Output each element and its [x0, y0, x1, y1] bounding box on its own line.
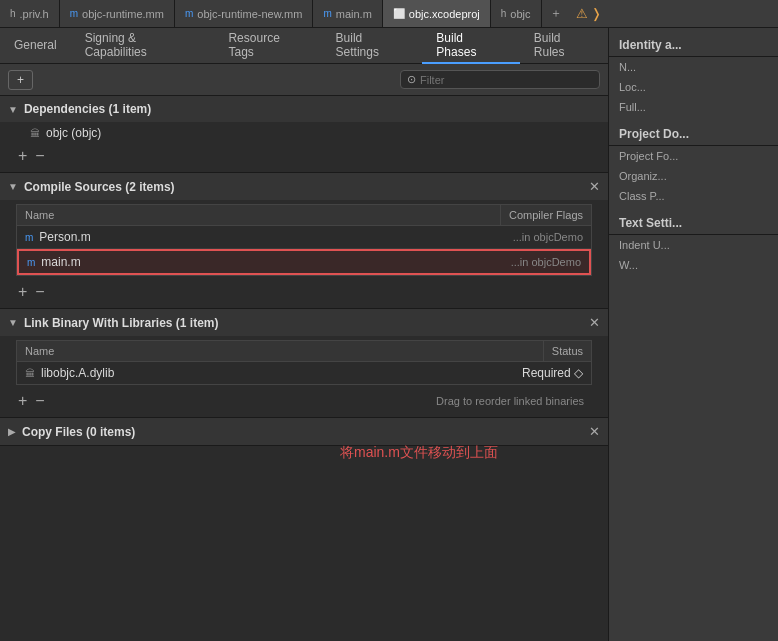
dependency-item-name: objc (objc) — [46, 126, 101, 140]
link-binary-remove-button[interactable]: − — [33, 393, 46, 409]
section-dependencies: ▼ Dependencies (1 item) 🏛 objc (objc) + … — [0, 96, 608, 173]
arrow-dependencies: ▼ — [8, 104, 18, 115]
section-copy-files-header[interactable]: ▶ Copy Files (0 items) ✕ — [0, 418, 608, 445]
right-label-class-p: Class P... — [619, 190, 665, 202]
copy-files-close-icon[interactable]: ✕ — [589, 424, 600, 439]
right-row-w: W... — [609, 255, 778, 275]
compile-sources-table-header: Name Compiler Flags — [16, 204, 592, 225]
section-compile-sources-title: Compile Sources (2 items) — [24, 180, 589, 194]
row-libobjc-status[interactable]: Required ◇ — [522, 366, 583, 380]
right-row-organiz: Organiz... — [609, 166, 778, 186]
segment-bar: General Signing & Capabilities Resource … — [0, 28, 608, 64]
tab-resource-tags[interactable]: Resource Tags — [214, 28, 321, 64]
table-row[interactable]: m main.m ...in objcDemo — [17, 249, 591, 275]
tab-label-xcode: objc.xcodeproj — [409, 8, 480, 20]
main-layout: General Signing & Capabilities Resource … — [0, 28, 778, 641]
compile-sources-table: Name Compiler Flags m Person.m ...in obj… — [16, 204, 592, 276]
content-area: General Signing & Capabilities Resource … — [0, 28, 608, 641]
tab-icon-xcode: ⬜ — [393, 8, 405, 19]
list-item: 🏛 objc (objc) — [0, 122, 608, 144]
dependencies-remove-button[interactable]: − — [33, 148, 46, 164]
tab-label-mm2: objc-runtime-new.mm — [197, 8, 302, 20]
tab-label-main-m: main.m — [336, 8, 372, 20]
tab-objc-runtime-new-mm[interactable]: m objc-runtime-new.mm — [175, 0, 313, 27]
tab-icon-mm2: m — [185, 8, 193, 19]
compile-sources-add-button[interactable]: + — [16, 284, 29, 300]
tab-bar: h .priv.h m objc-runtime.mm m objc-runti… — [0, 0, 778, 28]
link-binary-table: Name Status 🏛 libobjc.A.dylib Required ◇ — [16, 340, 592, 385]
add-phase-button[interactable]: + — [8, 70, 33, 90]
drag-hint: Drag to reorder linked binaries — [436, 395, 592, 407]
filter-box: ⊙ — [400, 70, 600, 89]
dependencies-add-button[interactable]: + — [16, 148, 29, 164]
section-link-binary-body: Name Status 🏛 libobjc.A.dylib Required ◇ — [0, 340, 608, 417]
tab-icon-mm1: m — [70, 8, 78, 19]
link-binary-close-icon[interactable]: ✕ — [589, 315, 600, 330]
right-label-full: Full... — [619, 101, 646, 113]
filter-input[interactable] — [420, 74, 593, 86]
tab-objc-runtime-mm[interactable]: m objc-runtime.mm — [60, 0, 175, 27]
library-icon: 🏛 — [25, 368, 35, 379]
toolbar: + ⊙ — [0, 64, 608, 96]
compile-sources-close-icon[interactable]: ✕ — [589, 179, 600, 194]
compile-sources-remove-button[interactable]: − — [33, 284, 46, 300]
section-link-binary-title: Link Binary With Libraries (1 item) — [24, 316, 589, 330]
compile-sources-table-body: m Person.m ...in objcDemo m main.m ...in… — [16, 225, 592, 276]
tab-objc-xcode[interactable]: ⬜ objc.xcodeproj — [383, 0, 491, 27]
right-label-loc: Loc... — [619, 81, 646, 93]
row-person-m-suffix: ...in objcDemo — [513, 231, 583, 243]
col-name: Name — [17, 205, 501, 225]
filter-icon: ⊙ — [407, 73, 416, 86]
row-main-m-name: main.m — [41, 255, 506, 269]
row-person-m-name: Person.m — [39, 230, 508, 244]
compile-sources-add-remove: + − — [0, 280, 608, 304]
tab-signing[interactable]: Signing & Capabilities — [71, 28, 215, 64]
right-row-project-fo: Project Fo... — [609, 146, 778, 166]
identity-section-title: Identity a... — [609, 28, 778, 57]
section-copy-files-title: Copy Files (0 items) — [22, 425, 589, 439]
file-icon-person-m: m — [25, 232, 33, 243]
section-compile-sources: ▼ Compile Sources (2 items) ✕ Name Compi… — [0, 173, 608, 309]
scroll-area[interactable]: ▼ Dependencies (1 item) 🏛 objc (objc) + … — [0, 96, 608, 641]
right-label-project-fo: Project Fo... — [619, 150, 678, 162]
arrow-link-binary: ▼ — [8, 317, 18, 328]
tab-build-phases[interactable]: Build Phases — [422, 28, 519, 64]
text-settings-title: Text Setti... — [609, 206, 778, 235]
project-doc-title: Project Do... — [609, 117, 778, 146]
right-panel: Identity a... N... Loc... Full... Projec… — [608, 28, 778, 641]
section-dependencies-header[interactable]: ▼ Dependencies (1 item) — [0, 96, 608, 122]
tab-icon-objc-h: h — [501, 8, 507, 19]
tab-build-rules[interactable]: Build Rules — [520, 28, 608, 64]
tab-objc-h[interactable]: h objc — [491, 0, 542, 27]
tab-icon-priv-h: h — [10, 8, 16, 19]
table-row[interactable]: m Person.m ...in objcDemo — [17, 226, 591, 249]
tab-add-button[interactable]: ＋ — [542, 0, 570, 27]
dependencies-add-remove: + − — [0, 144, 608, 168]
arrow-copy-files: ▶ — [8, 426, 16, 437]
row-main-m-suffix: ...in objcDemo — [511, 256, 581, 268]
section-link-binary-header[interactable]: ▼ Link Binary With Libraries (1 item) ✕ — [0, 309, 608, 336]
section-dependencies-body: 🏛 objc (objc) + − — [0, 122, 608, 172]
tab-priv-h[interactable]: h .priv.h — [0, 0, 60, 27]
link-binary-add-button[interactable]: + — [16, 393, 29, 409]
section-dependencies-title: Dependencies (1 item) — [24, 102, 600, 116]
tab-general[interactable]: General — [0, 28, 71, 64]
section-link-binary: ▼ Link Binary With Libraries (1 item) ✕ … — [0, 309, 608, 418]
tab-label-priv-h: .priv.h — [20, 8, 49, 20]
section-compile-sources-header[interactable]: ▼ Compile Sources (2 items) ✕ — [0, 173, 608, 200]
building-icon: 🏛 — [30, 128, 40, 139]
right-row-class-p: Class P... — [609, 186, 778, 206]
tab-build-settings[interactable]: Build Settings — [322, 28, 423, 64]
annotation-text: 将main.m文件移动到上面 — [340, 444, 498, 462]
tab-main-m[interactable]: m main.m — [313, 0, 382, 27]
tab-icon-main-m: m — [323, 8, 331, 19]
right-row-loc: Loc... — [609, 77, 778, 97]
link-binary-add-remove: + − Drag to reorder linked binaries — [0, 389, 608, 413]
section-copy-files: ▶ Copy Files (0 items) ✕ — [0, 418, 608, 446]
right-label-n: N... — [619, 61, 636, 73]
col-name-link: Name — [17, 341, 544, 361]
tab-label-mm1: objc-runtime.mm — [82, 8, 164, 20]
status-value: Required ◇ — [522, 366, 583, 380]
table-row[interactable]: 🏛 libobjc.A.dylib Required ◇ — [17, 362, 591, 384]
warning-icon: ⚠ ❭ — [570, 0, 609, 27]
